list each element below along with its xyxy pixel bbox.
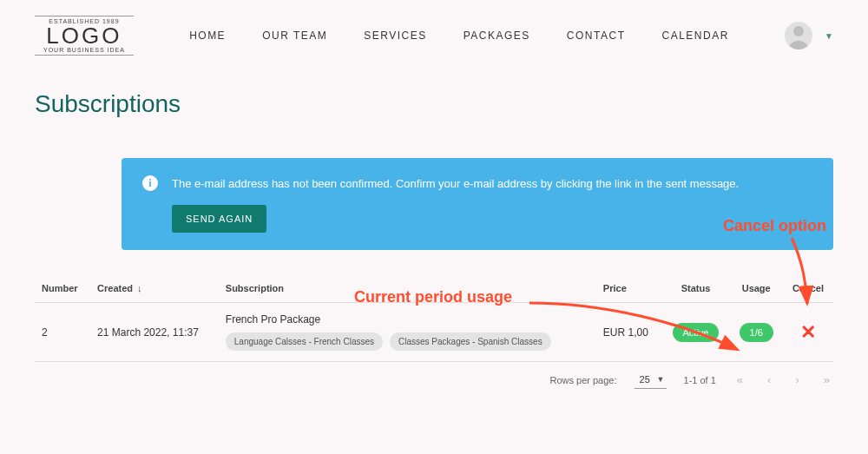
nav-services[interactable]: SERVICES <box>364 30 426 42</box>
nav-contact[interactable]: CONTACT <box>567 30 626 42</box>
header: ESTABLISHED 1989 LOGO YOUR BUSINESS IDEA… <box>0 0 868 56</box>
col-created[interactable]: Created ↓ <box>90 274 219 303</box>
email-confirm-alert: i The e-mail address has not been confir… <box>122 158 833 250</box>
cell-price: EUR 1,00 <box>596 303 662 362</box>
last-page-button[interactable]: » <box>820 372 833 388</box>
usage-badge: 1/6 <box>740 323 773 342</box>
send-again-button[interactable]: SEND AGAIN <box>172 205 266 233</box>
prev-page-button[interactable]: ‹ <box>764 372 774 388</box>
nav-home[interactable]: HOME <box>189 30 226 42</box>
col-cancel[interactable]: Cancel <box>783 274 833 303</box>
sort-desc-icon: ↓ <box>137 283 142 293</box>
col-number[interactable]: Number <box>35 274 90 303</box>
tag-pill[interactable]: Classes Packages - Spanish Classes <box>390 332 551 351</box>
logo[interactable]: ESTABLISHED 1989 LOGO YOUR BUSINESS IDEA <box>35 16 134 56</box>
tag-pill[interactable]: Language Calsses - French Classes <box>226 332 383 351</box>
rows-per-page-select[interactable]: 25 <box>635 371 667 389</box>
package-name: French Pro Package <box>226 313 589 326</box>
alert-text: The e-mail address has not been confirme… <box>172 177 739 190</box>
cell-subscription: French Pro Package Language Calsses - Fr… <box>219 303 596 362</box>
col-status[interactable]: Status <box>662 274 730 303</box>
nav-calendar[interactable]: CALENDAR <box>661 30 728 42</box>
cancel-button[interactable]: ✕ <box>790 321 826 344</box>
rows-per-page-label: Rows per page: <box>549 375 616 385</box>
chevron-down-icon: ▼ <box>825 31 833 41</box>
col-subscription[interactable]: Subscription <box>219 274 596 303</box>
nav-packages[interactable]: PACKAGES <box>464 30 530 42</box>
cell-usage: 1/6 <box>729 303 783 362</box>
info-icon: i <box>142 175 158 191</box>
col-usage[interactable]: Usage <box>729 274 783 303</box>
cell-number: 2 <box>35 303 90 362</box>
first-page-button[interactable]: « <box>733 372 746 388</box>
status-badge: Active <box>673 323 720 342</box>
main-nav: HOME OUR TEAM SERVICES PACKAGES CONTACT … <box>151 30 767 42</box>
pagination: Rows per page: 25 ▼ 1-1 of 1 « ‹ › » <box>0 371 833 389</box>
logo-main: LOGO <box>46 24 122 47</box>
logo-subtitle: YOUR BUSINESS IDEA <box>43 47 125 53</box>
cell-status: Active <box>662 303 730 362</box>
cell-cancel: ✕ <box>783 303 833 362</box>
avatar-icon <box>785 22 812 49</box>
col-price[interactable]: Price <box>596 274 662 303</box>
svg-point-0 <box>793 26 804 36</box>
page-range: 1-1 of 1 <box>684 375 716 385</box>
subscriptions-table: Number Created ↓ Subscription Price Stat… <box>35 274 833 362</box>
page-title: Subscriptions <box>35 90 868 118</box>
next-page-button[interactable]: › <box>792 372 802 388</box>
user-menu[interactable]: ▼ <box>785 22 833 49</box>
cell-created: 21 March 2022, 11:37 <box>90 303 219 362</box>
nav-our-team[interactable]: OUR TEAM <box>262 30 327 42</box>
table-row: 2 21 March 2022, 11:37 French Pro Packag… <box>35 303 833 362</box>
